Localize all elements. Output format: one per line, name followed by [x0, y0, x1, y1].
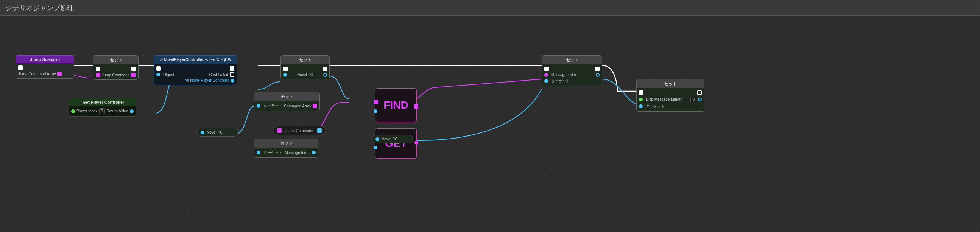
cast-exec-row [154, 65, 237, 72]
set6-exec-in[interactable] [639, 91, 643, 95]
set6-disp-out[interactable] [698, 98, 702, 102]
cast-as-row: As Novel Player Controller [154, 78, 237, 83]
node-set5[interactable]: セット Message Index ターゲット [542, 55, 602, 86]
set3-target-port[interactable] [257, 104, 261, 108]
set2-exec-row [281, 66, 329, 72]
set5-exec-in[interactable] [544, 67, 549, 71]
set5-msg-row: Message Index [542, 72, 602, 78]
find-left-port1[interactable] [374, 100, 378, 105]
node-novel-pc-small2[interactable]: Novel PC [371, 135, 413, 143]
set3-body: ターゲット Command Array [255, 101, 320, 111]
set1-exec-in[interactable] [96, 67, 100, 71]
get-left-port2[interactable] [374, 146, 377, 149]
find-label: FIND [376, 93, 415, 117]
set2-header: セット [281, 56, 329, 64]
get-player-index-row: Player Index 0 Return Value [69, 108, 136, 115]
set6-disp-in[interactable] [639, 98, 643, 102]
cast-failed-port[interactable] [230, 72, 234, 77]
set4-header: セット [255, 139, 318, 148]
node-jump-scenario[interactable]: Jump Scenario Jump Command Array [16, 55, 74, 79]
set6-target-port[interactable] [639, 105, 643, 108]
set3-header: セット [255, 92, 320, 101]
set5-target-row: ターゲット [542, 78, 602, 84]
cast-body: Object Cast Failed As Novel Player Contr… [154, 64, 237, 85]
set5-body: Message Index ターゲット [542, 64, 602, 86]
get-right-port[interactable] [415, 141, 418, 145]
cast-as-port[interactable] [231, 79, 234, 83]
set5-exec-out[interactable] [595, 67, 600, 71]
set4-body: ターゲット Message Index [255, 148, 318, 157]
set5-msg-out[interactable] [596, 73, 600, 77]
set3-target-row: ターゲット Command Array [255, 103, 320, 110]
jump-scenario-body: Jump Command Array [16, 63, 74, 78]
player-index-port[interactable] [71, 110, 75, 113]
jump-command-small-port-left[interactable] [277, 128, 282, 133]
set2-novel-pc-in[interactable] [283, 73, 287, 77]
cast-exec-out[interactable] [230, 66, 234, 71]
connections-svg [0, 16, 980, 232]
cast-object-row: Object Cast Failed [154, 72, 237, 78]
get-player-header: ∫ Get Player Controller [69, 99, 136, 106]
set4-message-index-port[interactable] [312, 151, 316, 154]
node-get-player-controller[interactable]: ∫ Get Player Controller Player Index 0 R… [68, 98, 136, 116]
return-value-port[interactable] [130, 110, 134, 113]
set5-exec-row [542, 66, 602, 72]
find-left-port2[interactable] [374, 110, 377, 113]
find-right-port[interactable] [414, 105, 418, 109]
node-find[interactable]: FIND [375, 88, 417, 122]
set2-body: Novel PC [281, 64, 329, 79]
set1-body: Jump Command [94, 64, 138, 79]
set1-header: セット [94, 56, 138, 64]
node-set1[interactable]: セット Jump Command [93, 55, 138, 80]
set6-exec-row [637, 90, 704, 96]
set2-novel-pc-row: Novel PC [281, 72, 329, 78]
get-player-body: Player Index 0 Return Value [69, 106, 136, 116]
set6-body: Disp Message Length 0 ターゲット [637, 88, 704, 111]
node-set4[interactable]: セット ターゲット Message Index [254, 138, 318, 158]
set1-exec-row [94, 66, 138, 72]
set4-row: ターゲット Message Index [255, 149, 318, 156]
jump-scenario-exec-row [16, 65, 74, 71]
jump-command-array-port[interactable] [57, 72, 62, 76]
set6-target-row: ターゲット [637, 103, 704, 110]
node-cast[interactable]: ↗ NovelPlayerController へキャストする Object C… [154, 55, 237, 85]
canvas[interactable]: Jump Scenario Jump Command Array セット [0, 16, 980, 232]
set5-msg-in[interactable] [544, 73, 548, 77]
cast-header: ↗ NovelPlayerController へキャストする [154, 56, 237, 64]
set5-header: セット [542, 56, 602, 64]
node-novel-pc-small1[interactable]: Novel PC [196, 128, 238, 137]
exec-out-port[interactable] [18, 65, 23, 70]
set2-novel-pc-out[interactable] [323, 73, 327, 77]
set6-disp-row: Disp Message Length 0 [637, 96, 704, 103]
node-set6[interactable]: セット Disp Message Length 0 ターゲット [636, 79, 705, 112]
cast-object-port[interactable] [156, 73, 160, 76]
set4-target-port[interactable] [257, 151, 261, 154]
novel-pc2-port[interactable] [375, 137, 379, 141]
cast-exec-in[interactable] [156, 66, 161, 71]
jump-scenario-array-row: Jump Command Array [16, 71, 74, 77]
node-get[interactable]: GET [375, 128, 417, 159]
jump-command-small-port-right[interactable] [317, 128, 322, 133]
set3-command-array-port[interactable] [313, 104, 317, 108]
set2-exec-out[interactable] [323, 67, 327, 71]
window-title: シナリオジャンプ処理 [6, 3, 74, 13]
jump-scenario-header: Jump Scenario [16, 56, 74, 63]
set1-jump-command-in[interactable] [96, 73, 100, 77]
node-set3[interactable]: セット ターゲット Command Array [254, 92, 320, 111]
title-bar: シナリオジャンプ処理 [0, 0, 980, 16]
main-window: シナリオジャンプ処理 [0, 0, 980, 232]
set6-header: セット [637, 79, 704, 88]
node-set2[interactable]: セット Novel PC [280, 55, 330, 79]
set1-jump-command-out[interactable] [131, 73, 135, 77]
node-jump-command-small[interactable]: Jump Command [273, 126, 326, 135]
set5-target-port[interactable] [544, 79, 548, 83]
set2-exec-in[interactable] [283, 67, 288, 71]
set1-command-row: Jump Command [94, 72, 138, 78]
set1-exec-out[interactable] [131, 67, 136, 71]
novel-pc1-port[interactable] [200, 130, 204, 134]
set6-exec-out[interactable] [697, 91, 702, 95]
